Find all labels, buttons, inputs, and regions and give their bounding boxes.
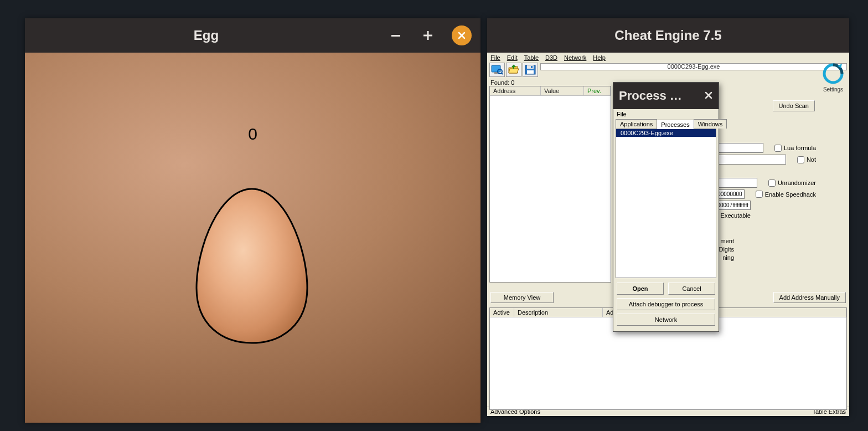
floppy-disk-icon [524, 64, 536, 75]
speedhack-checkbox[interactable]: Enable Speedhack [756, 191, 816, 198]
egg-window: Egg 0 [25, 18, 480, 423]
svg-rect-10 [527, 70, 534, 74]
cancel-button[interactable]: Cancel [668, 283, 715, 295]
open-process-button[interactable] [489, 63, 505, 77]
unrandomizer-checkbox[interactable]: Unrandomizer [768, 179, 816, 187]
add-address-manually-button[interactable]: Add Address Manually [773, 292, 846, 303]
ce-menubar: File Edit Table D3D Network Help [487, 53, 849, 63]
col-active[interactable]: Active [490, 308, 514, 317]
ce-title: Cheat Engine 7.5 [614, 28, 721, 43]
ce-titlebar[interactable]: Cheat Engine 7.5 [487, 18, 849, 53]
svg-rect-3 [492, 65, 500, 72]
minimize-button[interactable] [388, 27, 404, 44]
process-list[interactable]: 0000C293-Egg.exe [616, 129, 716, 278]
col-description[interactable]: Description [514, 308, 603, 317]
menu-d3d[interactable]: D3D [545, 54, 557, 61]
svg-rect-8 [527, 65, 534, 69]
svg-rect-0 [391, 35, 400, 37]
maximize-button[interactable] [420, 27, 436, 44]
memory-view-button[interactable]: Memory View [490, 292, 554, 303]
ce-toolbar: 0000C293-Egg.exe Settings [487, 63, 849, 79]
open-process-button[interactable]: Open [617, 283, 664, 295]
tab-applications[interactable]: Applications [616, 119, 657, 129]
dialog-buttons: Open Cancel Attach debugger to process N… [613, 278, 719, 331]
plus-icon [422, 30, 433, 41]
partial-label-3: ning [722, 254, 734, 261]
col-previous[interactable]: Prev. [584, 86, 611, 96]
egg-click-counter: 0 [248, 125, 257, 143]
attach-debugger-button[interactable]: Attach debugger to process [617, 298, 715, 310]
attached-process-bar: 0000C293-Egg.exe [540, 63, 847, 70]
col-address[interactable]: Address [490, 86, 541, 96]
egg-titlebar[interactable]: Egg [25, 18, 480, 53]
egg-sprite[interactable] [191, 186, 313, 346]
svg-rect-9 [531, 66, 533, 68]
lua-formula-checkbox[interactable]: Lua formula [774, 145, 816, 152]
not-checkbox[interactable]: Not [797, 156, 816, 163]
dialog-menu-file[interactable]: File [613, 109, 719, 119]
close-icon [457, 31, 466, 40]
svg-rect-2 [423, 35, 432, 37]
close-button[interactable] [452, 25, 472, 45]
close-icon [704, 91, 713, 100]
menu-network[interactable]: Network [564, 54, 586, 61]
computer-magnify-icon [491, 64, 503, 75]
svg-line-6 [502, 73, 503, 74]
col-value[interactable]: Value [541, 86, 584, 96]
tab-processes[interactable]: Processes [657, 120, 694, 129]
attached-process-label: 0000C293-Egg.exe [668, 63, 720, 70]
svg-rect-4 [494, 72, 498, 74]
menu-table[interactable]: Table [524, 54, 539, 61]
minimize-icon [390, 30, 401, 41]
scan-results-table[interactable]: Address Value Prev. [489, 86, 611, 283]
dialog-close-button[interactable] [704, 89, 713, 103]
network-button[interactable]: Network [617, 314, 715, 326]
menu-help[interactable]: Help [593, 54, 606, 61]
egg-window-controls [388, 25, 480, 45]
scan-results-header: Address Value Prev. [490, 86, 611, 96]
process-list-item[interactable]: 0000C293-Egg.exe [616, 129, 716, 137]
open-file-button[interactable] [506, 63, 521, 77]
tab-windows[interactable]: Windows [694, 119, 727, 129]
dialog-titlebar[interactable]: Process … [613, 83, 719, 109]
menu-edit[interactable]: Edit [507, 54, 518, 61]
process-list-dialog: Process … File Applications Processes Wi… [613, 82, 719, 332]
egg-game-canvas[interactable]: 0 [25, 53, 480, 423]
egg-title: Egg [25, 28, 388, 43]
dialog-title: Process … [619, 89, 682, 103]
menu-file[interactable]: File [490, 54, 500, 61]
dialog-tabs: Applications Processes Windows [613, 119, 719, 129]
partial-label-1: ment [721, 238, 734, 244]
folder-open-icon [508, 64, 520, 75]
save-button[interactable] [523, 63, 538, 77]
partial-label-2: Digits [719, 246, 734, 253]
